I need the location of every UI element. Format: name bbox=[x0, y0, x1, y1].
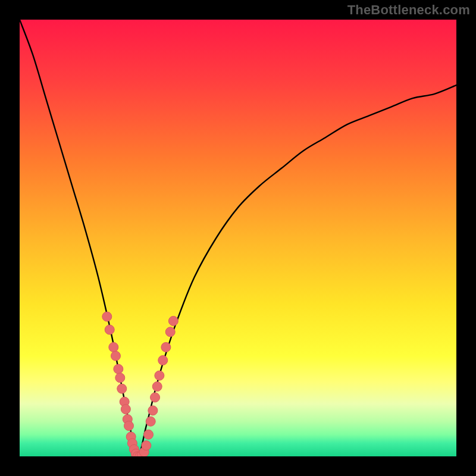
curve-marker bbox=[117, 384, 127, 393]
curve-marker bbox=[115, 373, 125, 383]
chart-svg bbox=[20, 20, 456, 456]
bottleneck-curve bbox=[20, 20, 456, 456]
curve-marker bbox=[168, 316, 178, 325]
curve-marker bbox=[109, 343, 118, 352]
curve-marker bbox=[111, 351, 120, 361]
curve-marker bbox=[114, 364, 123, 374]
curve-marker bbox=[121, 405, 130, 414]
watermark-text: TheBottleneck.com bbox=[347, 2, 470, 18]
curve-marker bbox=[142, 441, 151, 450]
outer-frame: TheBottleneck.com bbox=[0, 0, 476, 476]
plot-area bbox=[20, 20, 456, 456]
curve-marker bbox=[146, 416, 155, 426]
curve-marker bbox=[105, 325, 114, 334]
curve-marker bbox=[165, 327, 175, 337]
curve-marker bbox=[161, 343, 171, 352]
curve-marker bbox=[158, 356, 168, 365]
curve-marker bbox=[151, 393, 160, 402]
curve-marker bbox=[102, 312, 112, 321]
marker-group bbox=[102, 312, 178, 456]
curve-marker bbox=[148, 406, 158, 415]
curve-marker bbox=[152, 382, 162, 392]
curve-marker bbox=[124, 421, 134, 431]
curve-marker bbox=[144, 430, 154, 439]
curve-marker bbox=[155, 371, 164, 380]
